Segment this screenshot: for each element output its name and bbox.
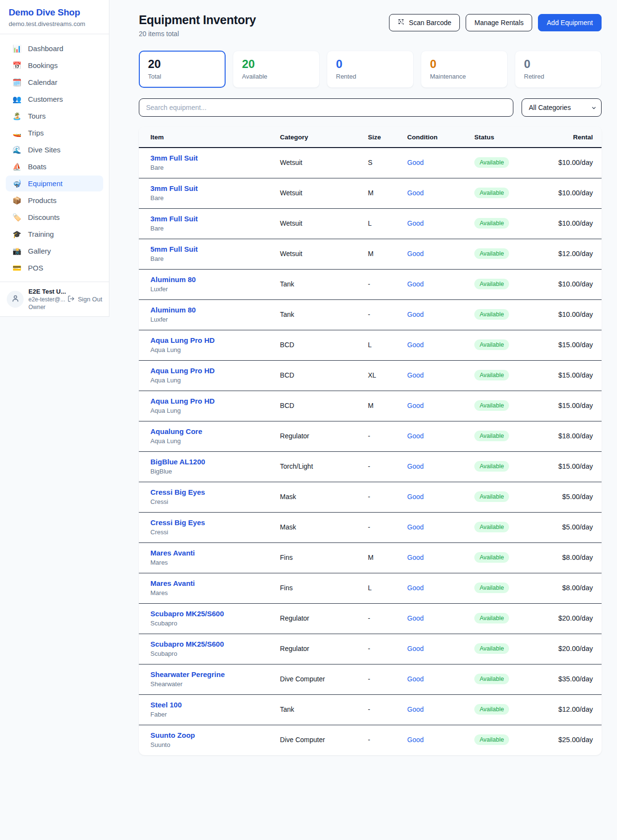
- sidebar-item-dive-sites[interactable]: 🌊Dive Sites: [6, 142, 103, 158]
- cell-size: M: [368, 542, 407, 573]
- item-name-link[interactable]: Scubapro MK25/S600: [150, 640, 280, 648]
- sidebar-item-boats[interactable]: ⛵Boats: [6, 159, 103, 175]
- item-name-link[interactable]: 3mm Full Suit: [150, 154, 280, 162]
- condition-link[interactable]: Good: [407, 280, 424, 288]
- item-brand: Luxfer: [150, 316, 280, 323]
- scan-barcode-label: Scan Barcode: [409, 19, 451, 27]
- condition-link[interactable]: Good: [407, 402, 424, 409]
- cell-item: 3mm Full SuitBare: [139, 148, 280, 178]
- condition-link[interactable]: Good: [407, 341, 424, 349]
- table-row: Scubapro MK25/S600ScubaproRegulator-Good…: [139, 634, 602, 664]
- sidebar-item-label: POS: [28, 264, 43, 272]
- condition-link[interactable]: Good: [407, 493, 424, 501]
- condition-link[interactable]: Good: [407, 189, 424, 197]
- filter-bar: All Categories: [139, 98, 602, 117]
- item-name-link[interactable]: 3mm Full Suit: [150, 184, 280, 192]
- condition-link[interactable]: Good: [407, 645, 424, 652]
- item-name-link[interactable]: Aqua Lung Pro HD: [150, 336, 280, 344]
- cell-category: Regulator: [280, 634, 368, 664]
- item-brand: Mares: [150, 589, 280, 596]
- item-name-link[interactable]: Aluminum 80: [150, 306, 280, 314]
- condition-link[interactable]: Good: [407, 736, 424, 744]
- sidebar-item-tours[interactable]: 🏝️Tours: [6, 108, 103, 124]
- scan-barcode-button[interactable]: Scan Barcode: [389, 14, 460, 31]
- cell-rental: $15.00/day: [532, 360, 602, 391]
- item-name-link[interactable]: Scubapro MK25/S600: [150, 610, 280, 618]
- sidebar-item-trips[interactable]: 🚤Trips: [6, 125, 103, 141]
- cell-condition: Good: [407, 573, 474, 603]
- item-brand: Bare: [150, 225, 280, 232]
- condition-link[interactable]: Good: [407, 614, 424, 622]
- page-title-block: Equipment Inventory 20 items total: [139, 13, 256, 38]
- sidebar-item-discounts[interactable]: 🏷️Discounts: [6, 209, 103, 225]
- item-name-link[interactable]: Aqualung Core: [150, 427, 280, 435]
- condition-link[interactable]: Good: [407, 311, 424, 318]
- cell-condition: Good: [407, 178, 474, 208]
- sidebar-item-gallery[interactable]: 📸Gallery: [6, 243, 103, 259]
- item-name-link[interactable]: Aluminum 80: [150, 275, 280, 284]
- condition-link[interactable]: Good: [407, 159, 424, 166]
- cell-status: Available: [474, 482, 532, 512]
- cell-size: -: [368, 603, 407, 634]
- manage-rentals-button[interactable]: Manage Rentals: [466, 14, 532, 31]
- cell-category: Dive Computer: [280, 664, 368, 694]
- item-name-link[interactable]: Aqua Lung Pro HD: [150, 397, 280, 405]
- item-name-link[interactable]: Cressi Big Eyes: [150, 488, 280, 496]
- equipment-table: Item Category Size Condition Status Rent…: [139, 126, 602, 755]
- cell-status: Available: [474, 421, 532, 451]
- condition-link[interactable]: Good: [407, 554, 424, 561]
- item-name-link[interactable]: Mares Avanti: [150, 549, 280, 557]
- add-equipment-button[interactable]: Add Equipment: [538, 14, 602, 31]
- search-input[interactable]: [139, 98, 513, 117]
- sidebar-item-calendar[interactable]: 🗓️Calendar: [6, 74, 103, 90]
- status-badge: Available: [474, 522, 510, 532]
- item-name-link[interactable]: Steel 100: [150, 701, 280, 709]
- item-name-link[interactable]: Aqua Lung Pro HD: [150, 366, 280, 375]
- sidebar-item-pos[interactable]: 💳POS: [6, 260, 103, 276]
- sidebar-item-bookings[interactable]: 📅Bookings: [6, 57, 103, 73]
- item-brand: Scubapro: [150, 650, 280, 657]
- condition-link[interactable]: Good: [407, 250, 424, 257]
- item-name-link[interactable]: 5mm Full Suit: [150, 245, 280, 253]
- stat-card-retired[interactable]: 0Retired: [515, 51, 602, 88]
- condition-link[interactable]: Good: [407, 462, 424, 470]
- category-filter[interactable]: All Categories: [522, 98, 602, 117]
- cell-item: Shearwater PeregrineShearwater: [139, 664, 280, 694]
- item-brand: Cressi: [150, 528, 280, 536]
- condition-link[interactable]: Good: [407, 675, 424, 683]
- item-name-link[interactable]: BigBlue AL1200: [150, 458, 280, 466]
- table-row: Aluminum 80LuxferTank-GoodAvailable$10.0…: [139, 299, 602, 330]
- item-brand: Cressi: [150, 498, 280, 505]
- item-name-link[interactable]: Mares Avanti: [150, 579, 280, 587]
- sidebar-item-equipment[interactable]: 🤿Equipment: [6, 176, 103, 191]
- table-row: Suunto ZoopSuuntoDive Computer-GoodAvail…: [139, 725, 602, 755]
- stat-card-available[interactable]: 20Available: [233, 51, 320, 88]
- item-name-link[interactable]: Shearwater Peregrine: [150, 670, 280, 678]
- sidebar-item-customers[interactable]: 👥Customers: [6, 91, 103, 107]
- cell-rental: $10.00/day: [532, 299, 602, 330]
- cell-size: L: [368, 573, 407, 603]
- cell-item: Aqualung CoreAqua Lung: [139, 421, 280, 451]
- user-email: e2e-tester@...: [28, 296, 63, 303]
- sidebar-item-products[interactable]: 📦Products: [6, 192, 103, 208]
- item-brand: Aqua Lung: [150, 437, 280, 445]
- condition-link[interactable]: Good: [407, 371, 424, 379]
- cell-category: BCD: [280, 391, 368, 421]
- condition-link[interactable]: Good: [407, 523, 424, 531]
- condition-link[interactable]: Good: [407, 705, 424, 713]
- item-brand: Bare: [150, 255, 280, 262]
- status-badge: Available: [474, 370, 510, 380]
- stat-card-maintenance[interactable]: 0Maintenance: [421, 51, 508, 88]
- item-name-link[interactable]: Suunto Zoop: [150, 731, 280, 739]
- condition-link[interactable]: Good: [407, 432, 424, 440]
- sidebar-item-dashboard[interactable]: 📊Dashboard: [6, 41, 103, 56]
- cell-condition: Good: [407, 330, 474, 360]
- item-name-link[interactable]: Cressi Big Eyes: [150, 518, 280, 527]
- stat-card-total[interactable]: 20Total: [139, 51, 226, 88]
- item-name-link[interactable]: 3mm Full Suit: [150, 215, 280, 223]
- sign-out-button[interactable]: Sign Out: [67, 295, 102, 304]
- condition-link[interactable]: Good: [407, 219, 424, 227]
- sidebar-item-training[interactable]: 🎓Training: [6, 226, 103, 242]
- condition-link[interactable]: Good: [407, 584, 424, 592]
- stat-card-rented[interactable]: 0Rented: [327, 51, 414, 88]
